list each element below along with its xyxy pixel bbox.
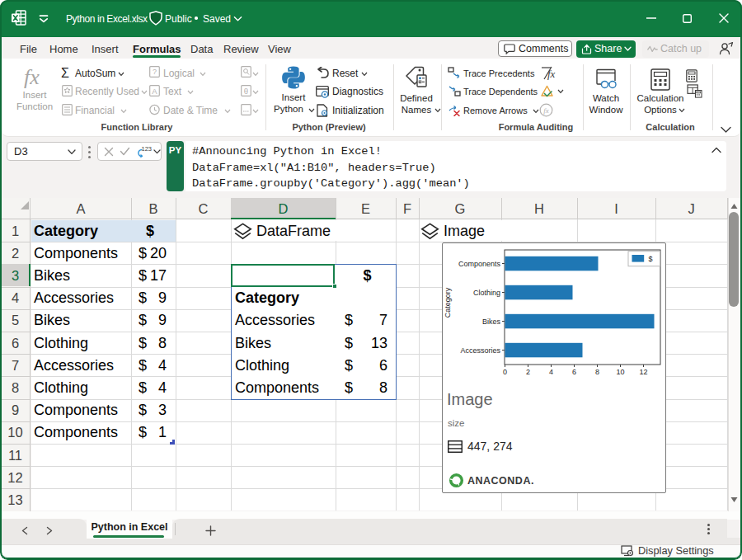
- svg-text:8: 8: [595, 368, 599, 376]
- svg-text:A: A: [152, 87, 157, 96]
- svg-text:0: 0: [503, 368, 507, 376]
- svg-text:?: ?: [153, 68, 157, 76]
- svg-text:4: 4: [549, 368, 553, 376]
- svg-text:123: 123: [142, 145, 153, 153]
- svg-text:Category: Category: [444, 287, 452, 318]
- svg-text:2: 2: [526, 368, 530, 376]
- svg-text:θ: θ: [244, 87, 248, 96]
- svg-text:10: 10: [616, 368, 624, 376]
- svg-text:fx: fx: [543, 106, 549, 115]
- svg-text:6: 6: [572, 368, 576, 376]
- svg-text:Bikes: Bikes: [482, 318, 501, 326]
- svg-text:Accessories: Accessories: [460, 346, 500, 355]
- svg-text:Clothing: Clothing: [473, 289, 500, 297]
- svg-text:$: $: [649, 255, 653, 263]
- svg-text:12: 12: [639, 368, 647, 376]
- svg-text:Components: Components: [458, 260, 501, 268]
- svg-text:fx: fx: [547, 68, 556, 80]
